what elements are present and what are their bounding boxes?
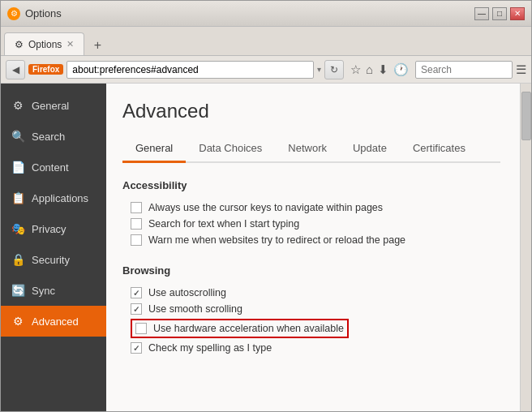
sidebar-item-general[interactable]: ⚙ General bbox=[1, 90, 106, 121]
search-icon: 🔍 bbox=[11, 129, 25, 144]
sidebar: ⚙ General 🔍 Search 📄 Content 📋 Applicati… bbox=[1, 84, 106, 411]
scrollbar-track[interactable] bbox=[520, 84, 531, 411]
content-icon: 📄 bbox=[11, 160, 25, 174]
browser-tab[interactable]: ⚙ Options ✕ bbox=[4, 32, 84, 55]
advanced-icon: ⚙ bbox=[11, 314, 25, 328]
sidebar-item-sync[interactable]: 🔄 Sync bbox=[1, 275, 106, 306]
main-layout: ⚙ General 🔍 Search 📄 Content 📋 Applicati… bbox=[1, 84, 531, 411]
tab-close-icon[interactable]: ✕ bbox=[66, 39, 74, 49]
content-wrapper: Advanced General Data Choices Network Up… bbox=[122, 100, 515, 356]
sidebar-label-privacy: Privacy bbox=[32, 223, 66, 235]
checkbox-row-spell-check: Check my spelling as I type bbox=[131, 340, 500, 356]
checkbox-row-warn-redirect: Warn me when websites try to redirect or… bbox=[131, 232, 500, 248]
sidebar-item-content[interactable]: 📄 Content bbox=[1, 152, 106, 182]
hw-accel-checkbox[interactable] bbox=[135, 323, 147, 334]
tab-data-choices[interactable]: Data Choices bbox=[186, 135, 275, 163]
page-title: Advanced bbox=[122, 100, 500, 122]
cursor-keys-checkbox[interactable] bbox=[131, 202, 142, 213]
tab-network[interactable]: Network bbox=[275, 135, 340, 163]
history-icon[interactable]: 🕐 bbox=[393, 62, 409, 77]
highlighted-hw-accel-row: Use hardware acceleration when available bbox=[131, 319, 349, 338]
toolbar-icons: ☆ ⌂ ⬇ 🕐 bbox=[347, 62, 412, 77]
spell-check-checkbox[interactable] bbox=[131, 342, 142, 354]
warn-redirect-label: Warn me when websites try to redirect or… bbox=[148, 234, 405, 246]
checkbox-row-cursor-keys: Always use the cursor keys to navigate w… bbox=[131, 200, 500, 216]
window-title: Options bbox=[25, 7, 470, 19]
search-input[interactable] bbox=[415, 61, 513, 79]
hw-accel-label: Use hardware acceleration when available bbox=[153, 323, 344, 334]
accessibility-title: Accessibility bbox=[122, 179, 500, 191]
bookmark-icon[interactable]: ☆ bbox=[350, 62, 361, 77]
tab-update[interactable]: Update bbox=[340, 135, 400, 163]
smooth-scroll-checkbox[interactable] bbox=[131, 303, 142, 315]
address-bar: ◀ Firefox ▾ ↻ ☆ ⌂ ⬇ 🕐 ☰ bbox=[1, 56, 531, 84]
cursor-keys-label: Always use the cursor keys to navigate w… bbox=[148, 202, 383, 213]
search-typing-checkbox[interactable] bbox=[131, 218, 142, 230]
reload-button[interactable]: ↻ bbox=[324, 60, 344, 79]
sidebar-label-security: Security bbox=[32, 254, 70, 266]
checkbox-row-smooth-scroll: Use smooth scrolling bbox=[131, 301, 500, 317]
security-icon: 🔒 bbox=[11, 252, 25, 267]
sidebar-label-content: Content bbox=[32, 161, 69, 174]
tab-certificates[interactable]: Certificates bbox=[400, 135, 478, 163]
warn-redirect-checkbox[interactable] bbox=[131, 234, 142, 246]
sidebar-item-search[interactable]: 🔍 Search bbox=[1, 121, 106, 152]
autoscroll-checkbox[interactable] bbox=[131, 287, 142, 298]
sync-icon: 🔄 bbox=[11, 283, 25, 298]
checkbox-row-search-typing: Search for text when I start typing bbox=[131, 216, 500, 232]
browsing-title: Browsing bbox=[122, 264, 500, 277]
accessibility-section: Accessibility Always use the cursor keys… bbox=[122, 179, 500, 248]
sidebar-item-privacy[interactable]: 🎭 Privacy bbox=[1, 213, 106, 244]
autoscroll-label: Use autoscrolling bbox=[148, 287, 226, 298]
checkbox-row-autoscroll: Use autoscrolling bbox=[131, 285, 500, 301]
spell-check-label: Check my spelling as I type bbox=[148, 342, 272, 354]
close-button[interactable]: ✕ bbox=[510, 7, 525, 20]
firefox-badge: Firefox bbox=[28, 64, 63, 75]
sidebar-item-applications[interactable]: 📋 Applications bbox=[1, 182, 106, 213]
minimize-button[interactable]: — bbox=[474, 7, 489, 20]
browser-window: ⚙ Options — □ ✕ ⚙ Options ✕ + ◀ Firefox … bbox=[0, 0, 532, 412]
tab-general[interactable]: General bbox=[122, 135, 186, 163]
general-icon: ⚙ bbox=[11, 98, 25, 113]
title-bar: ⚙ Options — □ ✕ bbox=[1, 1, 531, 27]
sidebar-item-security[interactable]: 🔒 Security bbox=[1, 244, 106, 275]
tab-icon: ⚙ bbox=[15, 39, 24, 50]
url-input[interactable] bbox=[66, 61, 314, 79]
tab-label: Options bbox=[28, 39, 62, 50]
privacy-icon: 🎭 bbox=[11, 221, 25, 236]
sidebar-label-general: General bbox=[32, 100, 69, 112]
home-icon[interactable]: ⌂ bbox=[366, 62, 373, 76]
back-button[interactable]: ◀ bbox=[6, 60, 25, 79]
sidebar-label-applications: Applications bbox=[32, 192, 88, 204]
browser-tab-bar: ⚙ Options ✕ + bbox=[1, 27, 531, 56]
scrollbar-thumb[interactable] bbox=[521, 92, 531, 140]
smooth-scroll-label: Use smooth scrolling bbox=[148, 303, 242, 315]
applications-icon: 📋 bbox=[11, 191, 25, 205]
menu-icon[interactable]: ☰ bbox=[516, 62, 526, 77]
dropdown-arrow-icon[interactable]: ▾ bbox=[317, 65, 321, 74]
maximize-button[interactable]: □ bbox=[492, 7, 507, 20]
new-tab-button[interactable]: + bbox=[88, 36, 107, 55]
sub-tab-bar: General Data Choices Network Update Cert… bbox=[122, 135, 500, 163]
sidebar-label-sync: Sync bbox=[32, 285, 55, 297]
sidebar-label-search: Search bbox=[32, 131, 65, 143]
content-area: Advanced General Data Choices Network Up… bbox=[106, 84, 531, 411]
download-icon[interactable]: ⬇ bbox=[378, 62, 388, 77]
browsing-section: Browsing Use autoscrolling Use smooth sc… bbox=[122, 264, 500, 356]
sidebar-label-advanced: Advanced bbox=[32, 315, 79, 328]
app-icon: ⚙ bbox=[7, 7, 20, 20]
search-typing-label: Search for text when I start typing bbox=[148, 218, 299, 230]
window-controls: — □ ✕ bbox=[474, 7, 525, 20]
sidebar-item-advanced[interactable]: ⚙ Advanced bbox=[1, 306, 106, 337]
